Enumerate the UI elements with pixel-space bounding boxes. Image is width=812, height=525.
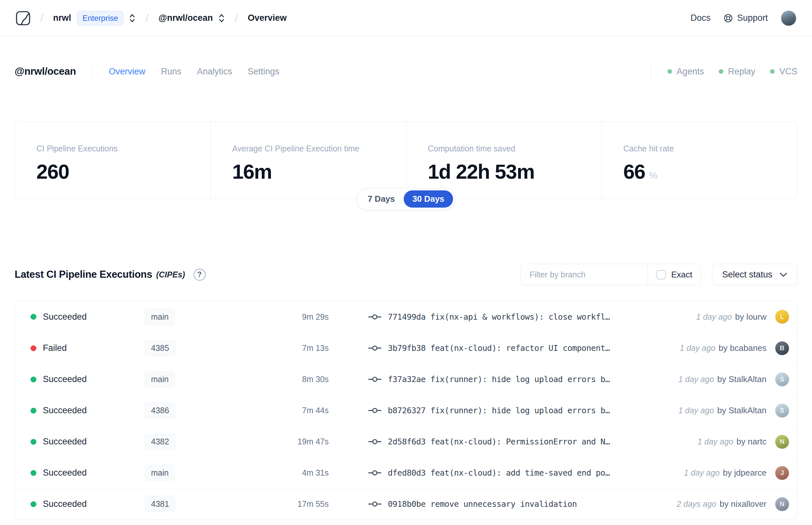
avatar: N — [775, 497, 789, 511]
meta-cell: 1 day agoby StalkAltan — [678, 405, 767, 416]
status-label: Succeeded — [43, 437, 87, 447]
cipe-table: Succeededmain9m 29s771499da fix(nx-api &… — [15, 301, 797, 520]
branch-filter-group: Exact — [521, 264, 701, 285]
status-cell: Succeeded — [31, 312, 145, 322]
commit-message: 0918b0be remove unnecessary invalidation — [388, 499, 577, 509]
stat-card: Cache hit rate66% — [601, 122, 797, 198]
workspace-header: @nrwl/ocean OverviewRunsAnalyticsSetting… — [15, 60, 797, 83]
status-label: Succeeded — [43, 405, 87, 416]
meta-cell: 1 day agoby lourw — [696, 312, 767, 322]
table-row[interactable]: Succeeded43867m 44sb8726327 fix(runner):… — [15, 395, 797, 426]
table-row[interactable]: Succeeded438117m 55s0918b0be remove unne… — [15, 488, 797, 520]
stat-value: 1d 22h 53m — [428, 160, 601, 183]
status-dot-icon — [31, 470, 36, 476]
indicator-label: VCS — [779, 66, 797, 77]
nx-cloud-logo-icon[interactable] — [16, 11, 31, 26]
tab-settings[interactable]: Settings — [247, 66, 279, 77]
docs-link[interactable]: Docs — [691, 13, 711, 23]
status-select-dropdown[interactable]: Select status — [712, 264, 797, 285]
tab-analytics[interactable]: Analytics — [197, 66, 232, 77]
divider — [651, 61, 651, 82]
commit-message: 771499da fix(nx-api & workflows): close … — [388, 312, 610, 321]
duration: 17m 55s — [229, 499, 330, 509]
green-status-dot-icon — [770, 69, 775, 74]
indicator-replay[interactable]: Replay — [719, 66, 755, 77]
divider — [92, 61, 93, 82]
stat-label: Computation time saved — [428, 144, 601, 153]
status-cell: Succeeded — [31, 437, 145, 447]
commit-cell: dfed80d3 feat(nx-cloud): add time-saved … — [330, 468, 684, 478]
indicator-label: Agents — [677, 66, 704, 77]
branch-cell: main — [145, 371, 229, 387]
avatar: N — [775, 435, 789, 449]
top-nav: / nrwl Enterprise / @nrwl/ocean / Overvi… — [0, 0, 812, 36]
support-link[interactable]: Support — [723, 13, 768, 23]
help-icon[interactable]: ? — [194, 269, 205, 281]
workspace-switcher-chevron-up-down-icon[interactable] — [218, 13, 225, 24]
stat-value: 66% — [623, 160, 797, 183]
breadcrumb-workspace[interactable]: @nrwl/ocean — [158, 13, 213, 23]
date-range-toggle: 7 Days30 Days — [357, 188, 455, 210]
stat-card: Computation time saved1d 22h 53m — [406, 122, 601, 198]
author: by bcabanes — [719, 343, 767, 353]
branch-badge: main — [145, 465, 175, 481]
exact-toggle[interactable]: Exact — [648, 264, 701, 285]
tab-runs[interactable]: Runs — [161, 66, 181, 77]
stat-card: Average CI Pipeline Execution time16m — [211, 122, 406, 198]
exact-checkbox[interactable] — [656, 270, 666, 280]
lifebuoy-icon — [723, 13, 733, 23]
status-dot-icon — [31, 439, 36, 445]
status-cell: Succeeded — [31, 374, 145, 384]
time-ago: 1 day ago — [698, 437, 733, 446]
duration: 9m 29s — [229, 312, 330, 321]
breadcrumb-org[interactable]: nrwl — [53, 13, 71, 23]
duration: 7m 13s — [229, 343, 330, 353]
status-label: Failed — [43, 343, 67, 353]
commit-cell: b8726327 fix(runner): hide log upload er… — [330, 406, 678, 415]
exact-label: Exact — [671, 270, 692, 280]
status-indicators: AgentsReplayVCS — [651, 61, 797, 82]
git-commit-icon — [368, 439, 381, 445]
branch-filter-input[interactable] — [521, 264, 648, 285]
breadcrumb-separator: / — [235, 12, 238, 24]
avatar: B — [775, 341, 789, 356]
commit-cell: 771499da fix(nx-api & workflows): close … — [330, 312, 696, 321]
status-label: Succeeded — [43, 468, 87, 478]
stats-section: CI Pipeline Executions260Average CI Pipe… — [15, 121, 797, 199]
commit-cell: f37a32ae fix(runner): hide log upload er… — [330, 375, 678, 384]
range-option-7-days[interactable]: 7 Days — [359, 190, 404, 208]
git-commit-icon — [368, 314, 381, 320]
git-commit-icon — [368, 376, 381, 382]
git-commit-icon — [368, 407, 381, 414]
table-row[interactable]: Succeededmain8m 30sf37a32ae fix(runner):… — [15, 363, 797, 395]
user-avatar[interactable] — [781, 10, 796, 26]
table-row[interactable]: Failed43857m 13s3b79fb38 feat(nx-cloud):… — [15, 332, 797, 363]
git-commit-icon — [368, 501, 381, 507]
status-dot-icon — [31, 376, 36, 382]
range-option-30-days[interactable]: 30 Days — [404, 190, 453, 208]
green-status-dot-icon — [719, 69, 723, 74]
stats-cards: CI Pipeline Executions260Average CI Pipe… — [15, 121, 797, 199]
commit-message: 2d58f6d3 feat(nx-cloud): PermissionError… — [388, 437, 610, 446]
duration: 19m 47s — [229, 437, 330, 446]
tab-overview[interactable]: Overview — [109, 66, 145, 77]
avatar: J — [775, 466, 789, 480]
status-dot-icon — [31, 345, 36, 351]
table-row[interactable]: Succeeded438219m 47s2d58f6d3 feat(nx-clo… — [15, 426, 797, 457]
git-commit-icon — [368, 470, 381, 476]
author: by nixallover — [719, 499, 767, 509]
branch-cell: 4385 — [145, 340, 229, 356]
indicator-label: Replay — [728, 66, 755, 77]
table-row[interactable]: Succeededmain9m 29s771499da fix(nx-api &… — [15, 301, 797, 332]
table-row[interactable]: Succeededmain4m 31sdfed80d3 feat(nx-clou… — [15, 457, 797, 488]
meta-cell: 1 day agoby nartc — [698, 437, 767, 447]
commit-cell: 2d58f6d3 feat(nx-cloud): PermissionError… — [330, 437, 698, 446]
status-cell: Succeeded — [31, 499, 145, 509]
breadcrumb-separator: / — [145, 12, 149, 24]
branch-badge: main — [145, 309, 175, 325]
indicator-vcs[interactable]: VCS — [770, 66, 797, 77]
org-switcher-chevron-up-down-icon[interactable] — [128, 13, 136, 24]
indicator-agents[interactable]: Agents — [668, 66, 704, 77]
stat-card: CI Pipeline Executions260 — [15, 122, 211, 198]
status-cell: Succeeded — [31, 468, 145, 478]
